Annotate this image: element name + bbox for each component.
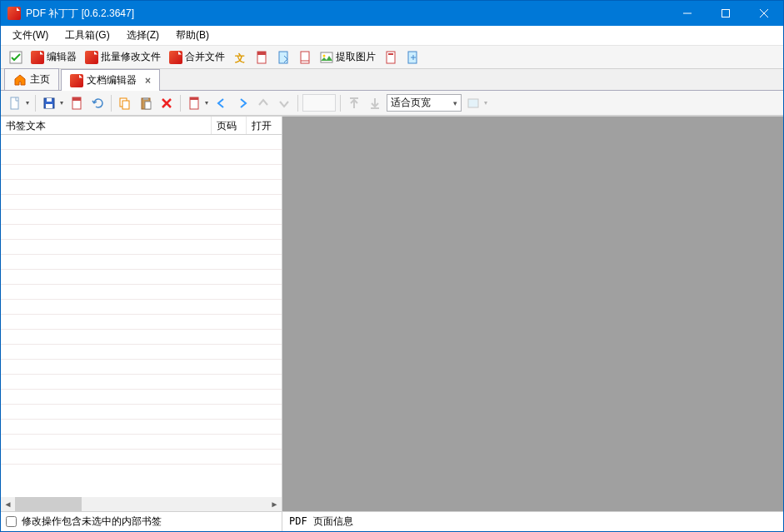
table-row	[1, 450, 282, 465]
home-icon	[13, 73, 27, 87]
down-button[interactable]	[275, 94, 293, 112]
zoom-select-value: 适合页宽	[391, 96, 431, 110]
separator	[340, 95, 341, 112]
include-unselected-label: 修改操作包含未选中的内部书签	[22, 515, 162, 529]
view-mode-dropdown[interactable]: ▾	[482, 99, 489, 107]
arrow-left-icon	[215, 97, 228, 110]
tab-home[interactable]: 主页	[4, 68, 59, 90]
svg-rect-10	[388, 53, 393, 55]
horizontal-scrollbar[interactable]: ◄ ►	[1, 497, 282, 511]
menu-select[interactable]: 选择(Z)	[118, 26, 167, 45]
svg-rect-7	[321, 52, 332, 62]
merge-files-label: 合并文件	[185, 50, 225, 64]
menu-file[interactable]: 文件(W)	[4, 26, 57, 45]
view-mode-button[interactable]	[464, 94, 482, 112]
editor-toolbar: ▾ ▾ ▾	[1, 91, 783, 116]
table-row	[1, 420, 282, 435]
col-page[interactable]: 页码	[212, 117, 247, 134]
table-row	[1, 210, 282, 225]
app-icon	[7, 7, 21, 20]
svg-rect-22	[145, 102, 151, 109]
text-tool-button[interactable]: 文	[230, 49, 250, 66]
next-button[interactable]	[233, 94, 252, 112]
table-row	[1, 360, 282, 375]
up-button[interactable]	[254, 94, 272, 112]
scrollbar-thumb[interactable]	[15, 497, 82, 511]
window-controls	[668, 1, 783, 26]
bookmark-tool-button[interactable]	[185, 94, 203, 112]
table-row	[1, 225, 282, 240]
paste-button[interactable]	[137, 94, 155, 112]
table-row	[1, 330, 282, 345]
view-icon	[467, 97, 480, 110]
undo-button[interactable]	[88, 94, 107, 112]
merge-files-button[interactable]: 合并文件	[166, 48, 228, 66]
svg-rect-21	[143, 97, 148, 100]
new-file-icon	[8, 97, 22, 110]
scrollbar-track[interactable]	[15, 497, 267, 511]
bookmarks-panel: 书签文本 页码 打开	[1, 117, 282, 531]
arrow-up-bar-icon	[347, 97, 361, 110]
doc-tool-5-button[interactable]	[402, 49, 422, 66]
tab-doc-editor[interactable]: 文档编辑器 ×	[61, 69, 160, 91]
page-info-status: PDF 页面信息	[282, 511, 783, 531]
svg-rect-25	[468, 99, 478, 107]
svg-rect-4	[257, 52, 266, 55]
tab-close-icon[interactable]: ×	[145, 75, 151, 87]
table-row	[1, 135, 282, 150]
doc-tool-1-button[interactable]	[252, 49, 272, 66]
svg-rect-14	[47, 98, 52, 102]
svg-rect-24	[190, 97, 198, 100]
table-row	[1, 180, 282, 195]
batch-modify-button[interactable]: 批量修改文件	[82, 48, 164, 66]
new-button[interactable]	[6, 94, 24, 112]
doc-tool-4-button[interactable]	[381, 49, 401, 66]
arrow-up-icon	[257, 97, 270, 110]
copy-button[interactable]	[116, 94, 134, 112]
delete-button[interactable]	[157, 94, 176, 112]
editor-button[interactable]: 编辑器	[27, 48, 80, 66]
tabbar: 主页 文档编辑器 ×	[1, 69, 783, 91]
zoom-select[interactable]: 适合页宽 ▾	[387, 94, 462, 112]
scroll-left-icon[interactable]: ◄	[1, 497, 15, 511]
new-dropdown[interactable]: ▾	[24, 99, 31, 107]
extract-images-button[interactable]: 提取图片	[317, 48, 379, 66]
maximize-button[interactable]	[707, 1, 745, 26]
tab-doc-editor-label: 文档编辑器	[87, 73, 137, 87]
col-open[interactable]: 打开	[247, 117, 282, 134]
prev-button[interactable]	[212, 94, 231, 112]
page-spinner[interactable]	[302, 94, 336, 112]
bookmark-button[interactable]	[67, 94, 86, 112]
close-button[interactable]	[745, 1, 783, 26]
pdf-viewer[interactable]	[282, 117, 783, 511]
svg-rect-19	[122, 101, 129, 109]
viewer-panel: PDF 页面信息	[282, 117, 783, 531]
app-window: PDF 补丁丁 [0.6.2.3647] 文件(W) 工具箱(G) 选择(Z) …	[0, 0, 784, 532]
include-unselected-checkbox[interactable]	[6, 516, 17, 527]
undo-icon	[91, 97, 104, 110]
scroll-right-icon[interactable]: ►	[267, 497, 282, 511]
options-button[interactable]	[6, 49, 26, 66]
titlebar: PDF 补丁丁 [0.6.2.3647]	[1, 1, 783, 26]
bookmark-tree[interactable]	[1, 135, 282, 497]
arrow-down-bar-icon	[368, 97, 382, 110]
menu-help[interactable]: 帮助(B)	[167, 26, 217, 45]
arrow-right-icon	[236, 97, 249, 110]
doc-tool-2-button[interactable]	[273, 49, 293, 66]
svg-rect-17	[72, 97, 81, 101]
table-row	[1, 255, 282, 270]
table-row	[1, 405, 282, 420]
save-button[interactable]	[40, 94, 58, 112]
table-row	[1, 435, 282, 450]
col-bookmark-text[interactable]: 书签文本	[1, 117, 212, 134]
save-dropdown[interactable]: ▾	[58, 99, 65, 107]
table-row	[1, 315, 282, 330]
separator	[111, 95, 112, 112]
paste-icon	[139, 97, 152, 110]
menu-toolbox[interactable]: 工具箱(G)	[57, 26, 117, 45]
down-max-button[interactable]	[366, 94, 384, 112]
minimize-button[interactable]	[668, 1, 707, 26]
up-max-button[interactable]	[345, 94, 363, 112]
bookmark-tool-dropdown[interactable]: ▾	[203, 99, 210, 107]
doc-tool-3-button[interactable]	[295, 49, 315, 66]
